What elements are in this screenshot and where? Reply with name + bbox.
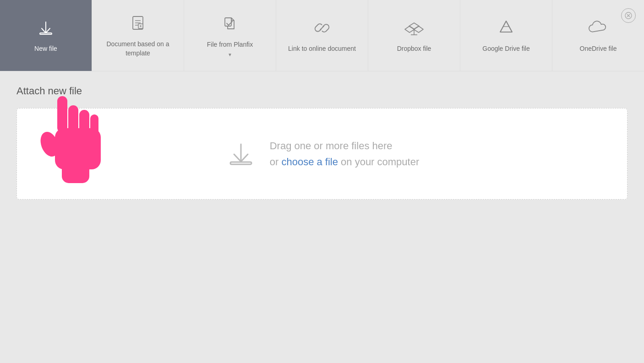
google-drive-icon: [496, 18, 516, 38]
drop-zone-text: Drag one or more files here or choose a …: [270, 138, 420, 170]
close-button[interactable]: [621, 8, 636, 23]
section-title: Attach new file: [16, 85, 628, 97]
tab-file-planfix-label: File from Planfix: [207, 40, 253, 49]
svg-rect-4: [40, 33, 52, 34]
tab-dropbox[interactable]: Dropbox file: [368, 0, 460, 71]
svg-line-15: [320, 26, 324, 30]
link-icon: [312, 18, 332, 38]
tab-dropbox-label: Dropbox file: [397, 44, 431, 54]
tab-link-online-label: Link to online document: [288, 44, 356, 54]
content-area: Attach new file Drag one or more files h…: [0, 71, 644, 213]
svg-marker-18: [414, 26, 423, 33]
drop-zone-inner: Drag one or more files here or choose a …: [225, 137, 420, 171]
drop-sub-text: or choose a file on your computer: [270, 154, 420, 170]
onedrive-icon: [588, 18, 608, 38]
tab-new-file-label: New file: [34, 44, 57, 54]
drop-icon: [225, 137, 257, 171]
tab-google-drive[interactable]: Google Drive file: [460, 0, 552, 71]
choose-file-link[interactable]: choose a file: [281, 156, 338, 168]
download-icon: [36, 18, 56, 38]
tab-link-online[interactable]: Link to online document: [276, 0, 368, 71]
planfix-icon: [220, 14, 240, 34]
tab-new-file[interactable]: New file: [0, 0, 92, 71]
tabs-row: New file Document based on a template: [0, 0, 644, 71]
tab-google-drive-label: Google Drive file: [482, 44, 530, 54]
document-icon: [128, 13, 148, 33]
drop-sub-before: or: [270, 156, 282, 168]
dropbox-icon: [404, 18, 424, 38]
drop-zone[interactable]: Drag one or more files here or choose a …: [16, 108, 628, 200]
planfix-dropdown-arrow: ▼: [228, 52, 232, 57]
tab-document-template[interactable]: Document based on a template: [92, 0, 184, 71]
svg-marker-17: [405, 26, 415, 33]
tab-file-planfix[interactable]: File from Planfix ▼: [184, 0, 276, 71]
tab-document-template-label: Document based on a template: [97, 40, 179, 58]
drop-main-text: Drag one or more files here: [270, 138, 420, 154]
tab-onedrive-label: OneDrive file: [580, 44, 617, 54]
svg-rect-27: [230, 162, 251, 164]
drop-sub-after: on your computer: [338, 156, 419, 168]
svg-marker-16: [409, 23, 419, 29]
